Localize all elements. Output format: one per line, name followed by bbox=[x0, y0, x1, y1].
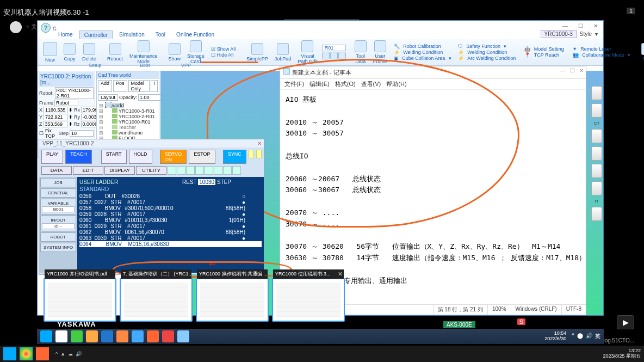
preview-1[interactable]: YRC1000 并行IO说明书.pdf bbox=[44, 278, 116, 322]
tree-n1[interactable]: YRC1000-3-R01 bbox=[119, 108, 155, 114]
tb-ic5[interactable] bbox=[101, 330, 113, 342]
estop-button[interactable]: ESTOP bbox=[189, 150, 215, 164]
tree-n5[interactable]: worldframe bbox=[119, 130, 143, 136]
outer-clock[interactable]: 13:222023/8/25 星期五 bbox=[603, 348, 641, 359]
side-inout[interactable]: IN/OUT◎→ bbox=[40, 216, 76, 231]
new-button[interactable]: New bbox=[41, 42, 59, 63]
side-btn-4[interactable] bbox=[591, 146, 602, 161]
hold-button[interactable]: HOLD bbox=[129, 150, 152, 164]
np-format[interactable]: 格式(O) bbox=[335, 80, 356, 88]
outer-start-icon[interactable] bbox=[3, 347, 16, 360]
opacity-input[interactable]: 1.00 bbox=[138, 94, 162, 101]
side-robot[interactable]: ROBOT bbox=[40, 232, 76, 242]
vt-ic7[interactable] bbox=[223, 166, 232, 175]
reboot-button[interactable]: Reboot bbox=[105, 43, 125, 62]
teach-button[interactable]: TEACH bbox=[65, 150, 92, 164]
r-icon3[interactable] bbox=[338, 52, 346, 59]
side-btn-2[interactable] bbox=[591, 103, 602, 118]
tab-edit[interactable]: EDIT bbox=[73, 166, 103, 175]
preview-close-icon[interactable]: ✕ bbox=[338, 271, 343, 278]
ladder-row[interactable]: 0058 BMOV #30070,500,#00010 88(58H) bbox=[79, 205, 262, 211]
exc-btn[interactable]: ! bbox=[151, 80, 158, 92]
tb-ic2[interactable] bbox=[55, 330, 67, 342]
delete-button[interactable]: Delete bbox=[80, 43, 98, 62]
layout-btn[interactable]: Layout bbox=[98, 94, 118, 101]
tb-ic9[interactable] bbox=[162, 330, 174, 342]
notepad-body[interactable]: AIO 基板 20010 ～ 20057 30010 ～ 30057 总线IO … bbox=[280, 90, 586, 291]
inner-tray[interactable]: ^⬤🔊英 bbox=[572, 333, 600, 340]
model-combo[interactable]: Model Only bbox=[128, 80, 150, 92]
ladder-row[interactable]: 0060 BMOV #10010,3,#30030 1(01H) bbox=[79, 217, 262, 223]
weld-cond[interactable]: ⚡ Welding Condition bbox=[392, 50, 454, 55]
pos-btn[interactable]: Pos bbox=[113, 80, 127, 92]
y-input[interactable]: 722.921 bbox=[44, 114, 67, 120]
robot-select[interactable]: R01: YRC1000-2-R01 bbox=[55, 87, 94, 99]
tb-ic8[interactable] bbox=[147, 330, 159, 342]
showall-check[interactable]: Show All bbox=[209, 46, 238, 52]
z-input[interactable]: 353.569 bbox=[44, 121, 67, 127]
np-edit[interactable]: 编辑(E) bbox=[309, 80, 330, 88]
ladder-row[interactable]: 0064 BMOV M015,16,#30630 0(00H) bbox=[79, 241, 262, 247]
play-button[interactable]: PLAY bbox=[41, 150, 63, 164]
model-setting[interactable]: 🤖 Model Setting bbox=[522, 46, 568, 52]
vt-ic6[interactable] bbox=[214, 166, 222, 175]
storage-button[interactable]: Storage Card bbox=[185, 40, 207, 64]
safety-fn[interactable]: 🛡 Safety Function ▾ bbox=[456, 44, 520, 49]
vpp-ico2[interactable] bbox=[256, 150, 262, 158]
side-btn-1[interactable] bbox=[591, 86, 602, 100]
ladder-row[interactable]: 0061 0029 STR #70017 ● bbox=[79, 223, 262, 229]
tab-display[interactable]: DISPLAY bbox=[104, 166, 135, 175]
robot-cal[interactable]: 🔧 Robot Calibration bbox=[392, 44, 454, 49]
robot-combo[interactable]: R01 bbox=[322, 45, 346, 51]
side-btn-6[interactable] bbox=[591, 181, 602, 195]
np-close[interactable]: ✕ bbox=[579, 68, 584, 73]
menu-simulation[interactable]: Simulation bbox=[115, 30, 149, 39]
menu-online[interactable]: Online Function bbox=[172, 30, 219, 39]
close-icon[interactable]: ✕ bbox=[588, 21, 603, 30]
tb-ic10[interactable] bbox=[177, 330, 189, 342]
chrome-icon[interactable] bbox=[20, 347, 33, 360]
np-view[interactable]: 查看(V) bbox=[361, 80, 381, 88]
vt-ic3[interactable] bbox=[186, 166, 195, 175]
preview-2[interactable]: 7. 基础操作培训（二） (YRC1... bbox=[120, 278, 193, 322]
np-max[interactable]: ☐ bbox=[570, 68, 575, 73]
show-button[interactable]: Show bbox=[166, 43, 183, 62]
hideall-check[interactable]: Hide All bbox=[209, 52, 238, 58]
tcp-reach[interactable]: 📍 TCP Reach bbox=[522, 52, 568, 58]
fixtcp-check[interactable]: Fix TCP bbox=[39, 128, 57, 139]
userframe-button[interactable]: User Frame bbox=[371, 40, 389, 64]
vt-ic2[interactable] bbox=[177, 166, 185, 175]
start-button[interactable]: START bbox=[101, 150, 127, 164]
app-icon-tb[interactable] bbox=[36, 347, 49, 360]
new2-button[interactable]: New bbox=[639, 43, 644, 62]
servo-button[interactable]: SERVO ON bbox=[160, 150, 187, 164]
ladder-row[interactable]: 0057 0027 STR #70017 ● bbox=[79, 199, 262, 205]
ime-badge[interactable]: S bbox=[517, 318, 525, 325]
side-sysinfo[interactable]: SYSTEM INFO bbox=[40, 243, 76, 252]
vpp-ico1[interactable] bbox=[249, 150, 254, 158]
preview-3[interactable]: YRC1000 操作说明书 共通编 ... bbox=[196, 278, 269, 322]
r-icon1[interactable] bbox=[322, 52, 330, 59]
tab-utility[interactable]: UTILITY bbox=[136, 166, 166, 175]
side-btn-3[interactable] bbox=[591, 129, 602, 143]
start-icon[interactable] bbox=[40, 330, 52, 342]
simplepp-button[interactable]: SimplePP bbox=[244, 43, 270, 62]
weld-cond2[interactable]: ⚡ Welding Condition bbox=[456, 50, 520, 55]
arc-weld[interactable]: ⚡ Arc Welding Condition bbox=[456, 56, 520, 61]
outer-tray[interactable]: ^▲☁🔊 bbox=[55, 351, 82, 357]
menu-controller[interactable]: Controller bbox=[79, 30, 113, 39]
side-general[interactable]: GENERAL bbox=[40, 188, 76, 198]
jobpad-button[interactable]: JobPad bbox=[273, 43, 294, 62]
maximize-icon[interactable]: ☐ bbox=[573, 21, 588, 30]
tree-n2[interactable]: YRC1000-2-R01 bbox=[119, 114, 155, 119]
ladder-row[interactable]: 0063 0030 STR #70017 ● bbox=[79, 235, 262, 241]
vpp-close-icon[interactable]: ✕ bbox=[257, 140, 262, 146]
step-input[interactable]: 10 bbox=[70, 130, 94, 137]
tree-n3[interactable]: YRC1000-R01 bbox=[119, 119, 151, 125]
add-link[interactable]: + 关 bbox=[26, 23, 37, 31]
vt-ic1[interactable] bbox=[168, 166, 176, 175]
style-dropdown-icon[interactable]: ▾ bbox=[595, 31, 598, 37]
frame-select[interactable]: Robot bbox=[54, 100, 78, 106]
minimize-icon[interactable]: — bbox=[558, 21, 573, 30]
ladder-view[interactable]: USER LADDER REST 10030 STEP STANDARD 005… bbox=[77, 177, 264, 273]
